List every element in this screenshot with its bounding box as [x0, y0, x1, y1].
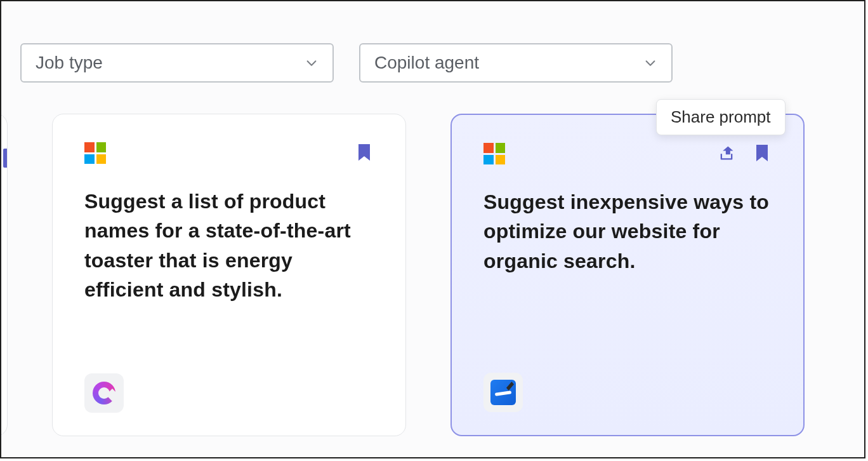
- prompt-card-row: Suggest a list of product names for a st…: [0, 114, 805, 436]
- card-footer: [84, 373, 374, 413]
- share-prompt-tooltip: Share prompt: [656, 99, 786, 135]
- copilot-agent-dropdown[interactable]: Copilot agent: [359, 43, 673, 83]
- prompt-card-prev-sliver[interactable]: [0, 114, 8, 436]
- copilot-agent-label: Copilot agent: [374, 53, 479, 73]
- microsoft-logo-icon: [483, 143, 505, 164]
- prompt-text: Suggest inexpensive ways to optimize our…: [483, 187, 772, 276]
- chevron-down-icon: [643, 56, 657, 70]
- prompt-card[interactable]: Suggest inexpensive ways to optimize our…: [450, 114, 805, 436]
- filter-row: Job type Copilot agent: [20, 43, 673, 83]
- whiteboard-icon: [490, 380, 516, 405]
- tooltip-text: Share prompt: [671, 107, 771, 126]
- card-header: [483, 143, 772, 168]
- bookmark-icon[interactable]: [753, 143, 772, 163]
- chevron-down-icon: [305, 56, 319, 70]
- app-badge-loop[interactable]: [84, 373, 124, 413]
- prompt-card[interactable]: Suggest a list of product names for a st…: [52, 114, 406, 436]
- card-header: [84, 142, 374, 168]
- card-footer: [483, 373, 772, 412]
- loop-icon: [93, 382, 115, 404]
- job-type-label: Job type: [36, 53, 103, 73]
- prompt-text: Suggest a list of product names for a st…: [84, 187, 374, 305]
- job-type-dropdown[interactable]: Job type: [20, 43, 334, 83]
- share-icon[interactable]: [717, 143, 736, 163]
- microsoft-logo-icon: [84, 142, 106, 164]
- app-badge-whiteboard[interactable]: [483, 373, 523, 412]
- viewport: Job type Copilot agent: [0, 0, 865, 458]
- bookmark-icon[interactable]: [355, 142, 374, 163]
